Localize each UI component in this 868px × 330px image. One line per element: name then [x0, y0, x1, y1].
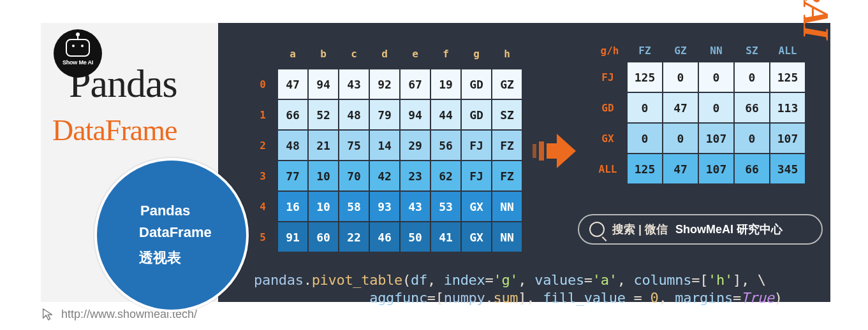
cell: 345 — [770, 154, 805, 184]
code-token: ] — [733, 272, 741, 288]
col-header: f — [430, 39, 461, 69]
cell: 56 — [430, 130, 461, 161]
col-header: e — [400, 39, 430, 69]
cell: 0 — [627, 92, 663, 123]
cell: 107 — [698, 154, 734, 184]
cell: 60 — [308, 222, 339, 252]
row-index: 5 — [254, 222, 277, 252]
col-header: ALL — [770, 39, 805, 62]
code-token: values — [534, 272, 584, 288]
cell: 113 — [770, 92, 805, 123]
cell: 19 — [430, 69, 461, 99]
code-token: numpy — [444, 290, 485, 306]
cell: 47 — [663, 92, 698, 123]
title-dataframe: DataFrame — [52, 113, 177, 147]
code-token: 0 — [650, 290, 658, 306]
col-header: a — [277, 39, 308, 69]
table-header-row: a b c d e f g h — [254, 39, 522, 69]
cell: 10 — [308, 161, 339, 191]
code-token: True — [741, 290, 774, 306]
cell: 66 — [277, 99, 308, 130]
cell: 21 — [308, 130, 339, 161]
table-row: 0 47 94 43 92 67 19 GD GZ — [254, 69, 522, 99]
cell: 29 — [400, 130, 430, 161]
table-row: 1 66 52 48 79 94 44 GD SZ — [254, 99, 522, 130]
cell: 66 — [734, 154, 770, 184]
cell: 53 — [430, 191, 461, 222]
code-token: pandas — [254, 272, 304, 288]
code-token: aggfunc — [369, 290, 427, 306]
cell: 70 — [339, 161, 369, 191]
cell: FZ — [492, 161, 522, 191]
code-token: , — [427, 272, 444, 288]
code-indent — [254, 290, 369, 306]
code-token: , — [518, 272, 534, 288]
code-token: = — [485, 272, 494, 288]
table-row: 3 77 10 70 42 23 62 FJ FZ — [254, 161, 522, 191]
cell: 43 — [339, 69, 369, 99]
cell: 62 — [430, 161, 461, 191]
cell: 107 — [698, 123, 734, 154]
cell: 0 — [627, 123, 663, 154]
cell: 48 — [339, 99, 369, 130]
code-token: 'h' — [708, 272, 733, 288]
cell: FZ — [492, 130, 522, 161]
search-hint-light: 搜索 | 微信 — [612, 222, 668, 237]
cell: 0 — [734, 123, 770, 154]
cell: 67 — [400, 69, 430, 99]
col-header: c — [339, 39, 369, 69]
cell: 16 — [277, 191, 308, 222]
code-snippet: pandas.pivot_table(df, index='g', values… — [254, 271, 783, 307]
cell: 47 — [663, 154, 698, 184]
col-header: b — [308, 39, 339, 69]
background-wordmark: ShowMeAI — [795, 0, 837, 38]
cell: FJ — [461, 161, 492, 191]
search-pill: 搜索 | 微信 ShowMeAI 研究中心 — [578, 214, 823, 245]
circle-line-1: Pandas — [140, 203, 190, 219]
source-dataframe-table: a b c d e f g h 0 47 94 43 92 67 19 GD G… — [254, 39, 523, 253]
cell: GX — [461, 191, 492, 222]
table-row: GD 0 47 0 66 113 — [592, 92, 805, 123]
code-token: = — [733, 290, 741, 306]
cell: GZ — [492, 69, 522, 99]
row-index: GX — [592, 123, 627, 154]
search-icon — [589, 222, 605, 237]
code-token: . — [485, 290, 494, 306]
cell: 47 — [277, 69, 308, 99]
col-header: FZ — [627, 39, 663, 62]
row-index: FJ — [592, 62, 627, 92]
cell: NN — [492, 222, 522, 252]
cell: 125 — [627, 154, 663, 184]
code-token: = — [584, 272, 592, 288]
code-token: , — [658, 290, 675, 306]
search-hint-bold: ShowMeAI 研究中心 — [675, 222, 783, 237]
cell: 0 — [663, 62, 698, 92]
cell: 58 — [339, 191, 369, 222]
code-token: . — [304, 272, 312, 288]
brand-badge: Show Me AI — [54, 29, 102, 78]
row-index: 4 — [254, 191, 277, 222]
cell: GD — [461, 99, 492, 130]
code-token: = — [626, 290, 651, 306]
cell: 94 — [400, 99, 430, 130]
cell: SZ — [492, 99, 522, 130]
cell: 22 — [339, 222, 369, 252]
code-token: , — [617, 272, 634, 288]
col-header: SZ — [734, 39, 770, 62]
col-header: GZ — [663, 39, 698, 62]
cell: 75 — [339, 130, 369, 161]
code-token: , \ — [741, 272, 766, 288]
row-index: GD — [592, 92, 627, 123]
cell: 92 — [369, 69, 400, 99]
table-row: 5 91 60 22 46 50 41 GX NN — [254, 222, 522, 252]
cell: 52 — [308, 99, 339, 130]
row-index: ALL — [592, 154, 627, 184]
table-row: ALL 125 47 107 66 345 — [592, 154, 805, 184]
cell: 41 — [430, 222, 461, 252]
cell: 0 — [663, 123, 698, 154]
wordmark-orange: MeAI — [795, 0, 837, 38]
cell: FJ — [461, 130, 492, 161]
circle-line-3: 透视表 — [139, 248, 181, 268]
cell: 125 — [770, 62, 805, 92]
cell: 14 — [369, 130, 400, 161]
